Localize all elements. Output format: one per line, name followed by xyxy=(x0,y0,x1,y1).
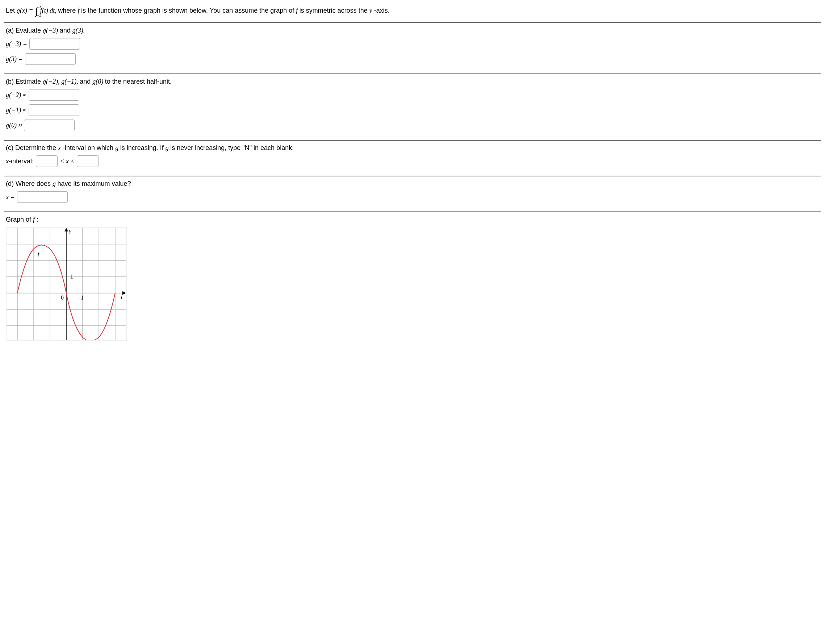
g-neg3-row: g(−3) = xyxy=(6,38,819,49)
svg-marker-16 xyxy=(122,291,126,295)
part-b: (b) Estimate g(−2), g(−1), and g(0) to t… xyxy=(5,74,820,140)
interval-label-text: -interval: xyxy=(9,158,34,165)
graph-title-prefix: Graph of xyxy=(6,216,33,223)
g-neg1-input[interactable] xyxy=(29,104,79,116)
g-neg3: g(−3) xyxy=(43,27,60,34)
origin-label: 0 xyxy=(61,295,64,301)
part-b-prefix: (b) Estimate xyxy=(6,78,43,85)
g-neg2-label: g(−2) ≈ xyxy=(6,91,26,99)
x-max-label: x = xyxy=(6,193,15,201)
f-var-2: f xyxy=(296,7,300,14)
intro-after-f: is the function whose graph is shown bel… xyxy=(81,7,296,14)
x-axis-label: t xyxy=(121,294,123,300)
intro-tail2: -axis. xyxy=(374,7,390,14)
g-3: g(3). xyxy=(73,27,85,34)
between-text: < x < xyxy=(60,158,74,165)
part-d-prompt: (d) Where does g have its maximum value? xyxy=(6,180,819,188)
intro-text: Let xyxy=(6,7,17,14)
curve-label: f xyxy=(38,251,40,258)
integral-expr: ∫ x −3 xyxy=(35,6,39,16)
graph-title: Graph of f : xyxy=(6,216,819,224)
graph-f: f xyxy=(33,216,37,223)
problem-intro: Let g(x) = ∫ x −3 f(t) dt, where f is th… xyxy=(5,5,820,22)
graph-title-suffix: : xyxy=(37,216,39,223)
x-interval-label: x-interval: xyxy=(6,158,34,165)
graph-section: Graph of f : xyxy=(5,212,820,348)
g-var-2: g xyxy=(165,144,171,151)
integrand: f(t) dt, xyxy=(40,7,58,14)
integral-upper: x xyxy=(40,5,41,9)
f-var: f xyxy=(77,7,81,14)
x-interval-upper-input[interactable] xyxy=(77,155,99,167)
g-neg1: g(−1), xyxy=(61,78,80,85)
part-c: (c) Determine the x -interval on which g… xyxy=(5,141,820,176)
g-0-input[interactable] xyxy=(24,119,74,131)
part-a: (a) Evaluate g(−3) and g(3). g(−3) = g(3… xyxy=(5,23,820,74)
x-var-label: x xyxy=(6,158,9,165)
part-d: (d) Where does g have its maximum value?… xyxy=(5,176,820,212)
g-0: g(0) xyxy=(92,78,105,85)
g-var-d: g xyxy=(53,180,57,187)
part-d-prefix: (d) Where does xyxy=(6,180,53,187)
part-c-mid1: -interval on which xyxy=(63,144,115,151)
part-b-tail: to the nearest half-unit. xyxy=(105,78,171,85)
g-var: g xyxy=(115,144,120,151)
g-neg2: g(−2), xyxy=(43,78,61,85)
part-c-mid2: is increasing. If xyxy=(120,144,165,151)
g-neg3-label: g(−3) = xyxy=(6,40,27,48)
integral-sign: ∫ x −3 xyxy=(35,6,38,16)
g-3-input[interactable] xyxy=(25,53,76,65)
part-b-prompt: (b) Estimate g(−2), g(−1), and g(0) to t… xyxy=(6,78,819,85)
g-3-label: g(3) = xyxy=(6,56,23,63)
function-graph: y t f 0 1 1 xyxy=(6,228,126,340)
part-c-prefix: (c) Determine the xyxy=(6,144,58,151)
part-c-tail: is never increasing, type "N" in each bl… xyxy=(170,144,294,151)
g-neg2-input[interactable] xyxy=(29,89,79,101)
g-neg2-row: g(−2) ≈ xyxy=(6,89,819,101)
and-text: and xyxy=(60,27,73,34)
x-max-row: x = xyxy=(6,191,819,203)
chart-container: y t f 0 1 1 xyxy=(6,227,127,341)
y-tick-1: 1 xyxy=(70,273,73,280)
g-0-row: g(0) ≈ xyxy=(6,119,819,131)
x-interval-lower-input[interactable] xyxy=(36,155,57,167)
intro-mid: where xyxy=(58,7,77,14)
part-a-prompt: (a) Evaluate g(−3) and g(3). xyxy=(6,27,819,34)
g-0-label: g(0) ≈ xyxy=(6,122,22,129)
intro-tail: is symmetric across the xyxy=(300,7,369,14)
part-d-tail: have its maximum value? xyxy=(57,180,131,187)
g-3-row: g(3) = xyxy=(6,53,819,65)
x-interval-row: x-interval: < x < xyxy=(6,155,819,167)
g-neg1-label: g(−1) ≈ xyxy=(6,107,26,114)
and-text-b: and xyxy=(80,78,92,85)
x-var: x xyxy=(58,144,61,151)
part-a-prefix: (a) Evaluate xyxy=(6,27,43,34)
g-neg3-input[interactable] xyxy=(29,38,80,49)
x-max-input[interactable] xyxy=(17,191,68,203)
svg-marker-18 xyxy=(65,228,68,232)
g-neg1-row: g(−1) ≈ xyxy=(6,104,819,116)
integral-lower: −3 xyxy=(37,13,41,17)
y-axis-label: y xyxy=(68,228,72,234)
y-var: y xyxy=(369,7,372,14)
part-c-prompt: (c) Determine the x -interval on which g… xyxy=(6,144,819,152)
x-tick-1: 1 xyxy=(81,295,83,301)
gx-expr: g(x) = xyxy=(17,7,35,14)
